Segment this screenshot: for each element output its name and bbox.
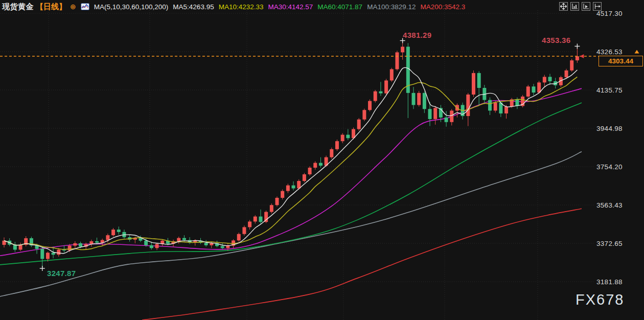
price-annotation: 3247.87 [47, 269, 76, 278]
price-annotation: 4353.36 [542, 36, 570, 44]
current-price-tag: 4303.44 [599, 56, 643, 66]
chart-header: 现货黄金 【日线】 ⊕ MA(5,10,30,60,100,200) MA5:4… [0, 0, 465, 13]
y-axis-label: 4135.75 [596, 86, 623, 94]
ma5-readout: MA5:4263.95 [173, 3, 214, 11]
jump-to-latest-icon[interactable] [593, 2, 602, 11]
axis-scale-icon[interactable] [570, 2, 579, 11]
pan-tool-icon[interactable] [559, 2, 568, 11]
ma100-readout: MA100:3829.12 [367, 3, 416, 11]
y-axis-label: 4326.53 [596, 48, 623, 56]
timeframe-label: 【日线】 [36, 2, 66, 12]
chart-canvas[interactable] [0, 0, 644, 320]
price-annotation: 4381.29 [403, 31, 431, 39]
ma200-readout: MA200:3542.3 [420, 3, 465, 11]
y-axis-label: 3372.65 [596, 240, 623, 247]
y-axis-label: 3181.88 [596, 278, 623, 286]
symbol-label: 现货黄金 [2, 2, 34, 12]
chart-window: 现货黄金 【日线】 ⊕ MA(5,10,30,60,100,200) MA5:4… [0, 0, 644, 320]
axis-autoscroll-icon[interactable] [582, 2, 590, 11]
y-axis-label: 3754.20 [596, 163, 623, 171]
y-axis-label: 3563.43 [596, 201, 623, 209]
ma60-readout: MA60:4071.87 [317, 3, 362, 11]
ma30-readout: MA30:4142.57 [268, 3, 313, 11]
chart-style-icon[interactable] [81, 3, 89, 10]
y-axis-label: 3944.98 [596, 125, 623, 132]
ma10-readout: MA10:4232.33 [219, 3, 264, 11]
chart-toolbar [559, 2, 602, 11]
crosshair-circle-icon[interactable]: ⊕ [70, 3, 76, 10]
ma-group-label: MA(5,10,30,60,100,200) [94, 3, 169, 11]
watermark: FX678 [576, 291, 624, 308]
